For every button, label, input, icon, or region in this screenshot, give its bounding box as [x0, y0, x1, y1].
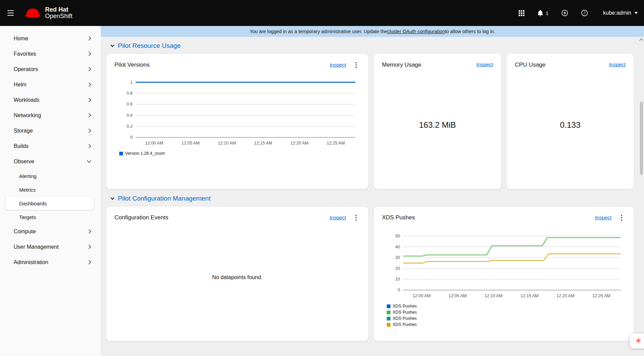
chart-legend: XDS PushesXDS PushesXDS PushesXDS Pushes: [387, 304, 626, 327]
legend-item: XDS Pushes: [387, 322, 417, 327]
sidebar-item-compute[interactable]: Compute: [0, 224, 101, 239]
user-menu-label: kube:admin: [603, 10, 631, 16]
kebab-menu-button[interactable]: ⋮: [352, 214, 360, 221]
nav-label: Alerting: [19, 173, 37, 179]
sidebar-item-storage[interactable]: Storage: [0, 123, 101, 138]
masthead-toolbar: 1 ? kube:admin: [519, 10, 638, 16]
observe-submenu: Alerting Metrics Dashboards Targets: [0, 169, 101, 224]
user-menu-button[interactable]: kube:admin: [603, 10, 638, 16]
redhat-fedora-icon: [25, 8, 41, 19]
notification-count-badge: 1: [546, 10, 548, 16]
svg-text:12:00 AM: 12:00 AM: [145, 141, 163, 146]
svg-text:0: 0: [130, 135, 133, 140]
help-button[interactable]: ?: [581, 10, 588, 16]
inspect-link[interactable]: Inspect: [595, 215, 612, 220]
sidebar-nav: Home Favorites Operators Helm Workloads …: [0, 26, 101, 356]
chevron-right-icon: [87, 67, 91, 71]
inspect-link[interactable]: Inspect: [609, 61, 626, 67]
oauth-config-link[interactable]: cluster OAuth configuration: [387, 29, 445, 34]
legend-item: XDS Pushes: [387, 304, 417, 309]
svg-text:40: 40: [395, 245, 400, 249]
xds-pushes-chart: 0102030405012:00 AM12:05 AM12:10 AM12:15…: [382, 230, 626, 327]
scrollbar-thumb[interactable]: [640, 101, 643, 175]
card-pilot-versions: Pilot Versions Inspect ⋮ 00.20.40.60.811…: [106, 54, 368, 189]
chart-legend: Version 1.26.4_ossm: [119, 151, 360, 156]
resource-usage-cards: Pilot Versions Inspect ⋮ 00.20.40.60.811…: [106, 54, 634, 189]
nav-label: Builds: [14, 143, 29, 149]
sidebar-item-alerting[interactable]: Alerting: [0, 169, 101, 183]
login-banner: You are logged in as a temporary adminis…: [101, 26, 644, 37]
question-circle-icon: ?: [581, 10, 588, 16]
inspect-link[interactable]: Inspect: [477, 61, 493, 67]
section-toggle-pilot-resource-usage[interactable]: Pilot Resource Usage: [111, 42, 634, 50]
kebab-menu-button[interactable]: ⋮: [352, 61, 360, 68]
notifications-button[interactable]: 1: [537, 10, 548, 16]
sidebar-item-observe[interactable]: Observe: [0, 154, 101, 169]
legend-swatch: [387, 304, 390, 308]
pilot-versions-chart: 00.20.40.60.8112:00 AM12:05 AM12:10 AM12…: [114, 77, 360, 156]
inspect-link[interactable]: Inspect: [330, 62, 346, 68]
nav-label: Workloads: [14, 97, 39, 103]
chevron-right-icon: [87, 113, 91, 118]
masthead: Red Hat OpenShift 1: [0, 0, 644, 26]
section-title: Pilot Configuration Management: [118, 195, 210, 202]
svg-text:12:20 AM: 12:20 AM: [557, 293, 575, 298]
svg-text:12:05 AM: 12:05 AM: [181, 141, 200, 146]
nav-label: Observe: [14, 159, 34, 165]
sidebar-item-workloads[interactable]: Workloads: [0, 92, 101, 108]
svg-text:12:15 AM: 12:15 AM: [254, 141, 272, 146]
nav-label: Compute: [14, 229, 36, 235]
sidebar-item-dashboards[interactable]: Dashboards: [5, 197, 94, 210]
card-title: Pilot Versions: [114, 61, 150, 68]
inspect-link[interactable]: Inspect: [330, 215, 346, 220]
legend-item: XDS Pushes: [387, 310, 417, 315]
sidebar-item-targets[interactable]: Targets: [0, 210, 101, 224]
dashboard-content: Pilot Resource Usage Pilot Versions Insp…: [101, 37, 644, 356]
sidebar-item-builds[interactable]: Builds: [0, 138, 101, 154]
section-toggle-pilot-config-management[interactable]: Pilot Configuration Management: [111, 194, 634, 203]
main-content: You are logged in as a temporary adminis…: [101, 26, 644, 356]
chevron-right-icon: [87, 245, 91, 249]
svg-text:12:15 AM: 12:15 AM: [520, 293, 538, 298]
legend-item: XDS Pushes: [387, 316, 417, 321]
empty-state-text: No datapoints found.: [212, 274, 263, 280]
svg-text:?: ?: [584, 11, 586, 15]
sidebar-item-administration[interactable]: Administration: [0, 255, 101, 270]
sidebar-item-operators[interactable]: Operators: [0, 61, 101, 77]
chevron-down-icon: [110, 43, 114, 47]
legend-item: Version 1.26.4_ossm: [119, 151, 165, 156]
svg-text:0.8: 0.8: [127, 91, 133, 96]
sidebar-item-home[interactable]: Home: [0, 31, 101, 46]
config-management-cards: Configuration Events Inspect ⋮ No datapo…: [106, 207, 634, 341]
sidebar-item-networking[interactable]: Networking: [0, 108, 101, 123]
add-button[interactable]: [561, 10, 568, 16]
svg-text:12:00 AM: 12:00 AM: [413, 293, 431, 298]
legend-swatch: [387, 323, 390, 327]
kebab-menu-button[interactable]: ⋮: [618, 214, 626, 221]
chevron-right-icon: [87, 144, 91, 148]
svg-text:0.4: 0.4: [127, 113, 133, 118]
sidebar-item-favorites[interactable]: Favorites: [0, 46, 101, 61]
banner-text-after: to allow others to log in.: [445, 29, 495, 34]
svg-text:30: 30: [395, 255, 400, 260]
nav-label: User Management: [14, 244, 59, 250]
nav-label: Dashboards: [19, 201, 47, 206]
brand-line-openshift: OpenShift: [45, 13, 72, 19]
chevron-right-icon: [87, 52, 91, 56]
banner-text-before: You are logged in as a temporary adminis…: [250, 29, 387, 34]
nav-label: Administration: [14, 259, 48, 265]
browser-extension-badge[interactable]: ✳: [630, 333, 644, 348]
sidebar-item-metrics[interactable]: Metrics: [0, 183, 101, 196]
app-launcher-button[interactable]: [519, 10, 524, 16]
card-title: CPU Usage: [515, 61, 546, 68]
card-cpu-usage: CPU Usage Inspect 0.133: [507, 54, 634, 189]
legend-swatch: [387, 317, 390, 320]
chevron-right-icon: [87, 260, 91, 264]
nav-label: Home: [14, 36, 28, 42]
chevron-right-icon: [87, 82, 91, 87]
brand-logo[interactable]: Red Hat OpenShift: [25, 6, 72, 20]
sidebar-item-user-management[interactable]: User Management: [0, 239, 101, 255]
sidebar-item-helm[interactable]: Helm: [0, 77, 101, 92]
nav-toggle-button[interactable]: [8, 9, 18, 17]
svg-text:12:05 AM: 12:05 AM: [449, 293, 467, 298]
